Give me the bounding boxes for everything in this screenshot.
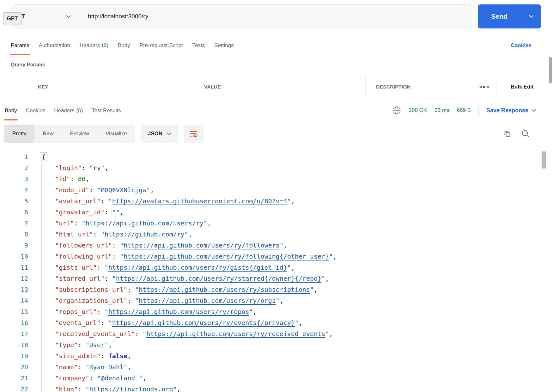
tab-label: Headers — [80, 42, 100, 49]
code-line: 17 "received_events_url": "https://api.g… — [0, 328, 548, 340]
tab-tests[interactable]: Tests — [192, 35, 205, 56]
line-number: 4 — [0, 185, 28, 196]
code-line: 5 "avatar_url": "https://avatars.githubu… — [0, 196, 548, 207]
format-value: JSON — [148, 131, 162, 137]
response-time[interactable]: 33 ms — [434, 107, 449, 113]
line-number: 14 — [0, 295, 28, 306]
indent-guide — [41, 162, 42, 392]
format-dropdown[interactable]: JSON — [141, 125, 178, 143]
wrap-text-icon — [189, 129, 198, 138]
tab-label: Body — [118, 42, 130, 49]
request-url-bar: GET GET — [11, 4, 472, 28]
line-number: 17 — [0, 328, 28, 340]
code-line: 16 "events_url": "https://api.github.com… — [0, 317, 548, 328]
tab-authorization[interactable]: Authorization — [39, 35, 70, 56]
fold-marker[interactable]: { — [40, 152, 47, 161]
wrap-text-button[interactable] — [184, 125, 204, 143]
column-header-key[interactable]: KEY — [28, 76, 198, 98]
response-header: Body Cookies Headers(6) Test Results — [0, 98, 548, 122]
line-number: 9 — [0, 240, 28, 251]
response-size[interactable]: 669 B — [457, 107, 471, 113]
send-label: Send — [478, 4, 521, 28]
search-icon[interactable] — [521, 129, 530, 138]
response-tab-cookies[interactable]: Cookies — [26, 98, 45, 122]
chevron-down-icon — [167, 132, 171, 135]
main-scrollbar[interactable] — [548, 0, 553, 392]
code-line: 3 "id": 80, — [0, 174, 548, 185]
tab-headers[interactable]: Headers(6) — [80, 35, 108, 56]
method-selector[interactable]: GET GET — [12, 5, 79, 28]
code-line: 21 "company": "@denoland ", — [0, 373, 548, 384]
tab-label: Body — [5, 107, 17, 114]
tab-body[interactable]: Body — [118, 35, 130, 56]
view-tab-pretty[interactable]: Pretty — [4, 125, 34, 143]
response-panel: Body Cookies Headers(6) Test Results — [0, 98, 548, 392]
tab-label: Params — [11, 42, 29, 49]
code-line: 2 "login": "ry", — [0, 162, 548, 174]
line-number: 10 — [0, 251, 28, 262]
view-tab-raw[interactable]: Raw — [34, 125, 62, 143]
cookies-link[interactable]: Cookies — [511, 42, 532, 49]
code-line: 19 "site_admin": false, — [0, 351, 548, 362]
tab-settings[interactable]: Settings — [214, 35, 234, 56]
code-line: 9 "followers_url": "https://api.github.c… — [0, 240, 548, 251]
response-body-editor[interactable]: 1{2 "login": "ry",3 "id": 80,4 "node_id"… — [0, 149, 548, 392]
globe-icon[interactable] — [392, 106, 401, 115]
column-header-description[interactable]: DESCRIPTION — [366, 76, 472, 98]
line-number: 11 — [0, 262, 28, 273]
response-toolbar: Pretty Raw Preview Visualize JSON — [4, 125, 542, 143]
postman-window: GET GET Send Params Au — [0, 0, 553, 392]
response-tab-headers[interactable]: Headers(6) — [54, 98, 83, 122]
query-params-table: KEY VALUE DESCRIPTION Bulk Edit — [0, 76, 548, 98]
chevron-down-icon — [66, 14, 71, 19]
send-button[interactable]: Send — [478, 4, 541, 28]
response-tab-body[interactable]: Body — [5, 98, 17, 122]
code-line: 18 "type": "User", — [0, 340, 548, 351]
line-number: 2 — [0, 162, 28, 174]
main-scrollbar-thumb[interactable] — [549, 57, 552, 83]
response-tabs: Body Cookies Headers(6) Test Results — [5, 98, 121, 122]
save-response-label: Save Response — [486, 107, 528, 114]
line-number: 7 — [0, 218, 28, 229]
view-tab-visualize[interactable]: Visualize — [97, 125, 135, 143]
save-response-button[interactable]: Save Response — [486, 107, 536, 114]
copy-icon[interactable] — [503, 130, 512, 138]
tab-pre-request-script[interactable]: Pre-request Script — [140, 35, 183, 56]
code-line: 11 "gists_url": "https://api.github.com/… — [0, 262, 548, 273]
code-line: 10 "following_url": "https://api.github.… — [0, 251, 548, 262]
tab-label: Cookies — [26, 107, 45, 114]
line-number: 12 — [0, 273, 28, 284]
code-line: 14 "organizations_url": "https://api.git… — [0, 295, 548, 306]
code-line: 20 "name": "Ryan Dahl", — [0, 362, 548, 373]
tab-label: Test Results — [92, 107, 121, 114]
bulk-edit-button[interactable]: Bulk Edit — [496, 76, 548, 98]
chevron-down-icon — [532, 109, 536, 112]
line-number: 13 — [0, 284, 28, 295]
view-tab-preview[interactable]: Preview — [62, 125, 97, 143]
column-header-value[interactable]: VALUE — [198, 76, 366, 98]
tab-count: (6) — [76, 107, 83, 114]
editor-scrollbar-thumb[interactable] — [542, 151, 546, 168]
method-drag-overlay: GET — [3, 12, 21, 25]
line-number: 19 — [0, 351, 28, 362]
line-number: 16 — [0, 317, 28, 328]
line-number: 20 — [0, 362, 28, 373]
tab-label: Tests — [192, 42, 205, 49]
tab-label: Settings — [214, 42, 234, 49]
url-input[interactable] — [79, 5, 472, 28]
response-tab-test-results[interactable]: Test Results — [92, 98, 121, 122]
response-tool-icons — [503, 129, 530, 138]
json-code-block: 1{2 "login": "ry",3 "id": 80,4 "node_id"… — [0, 151, 548, 392]
request-tabs: Params Authorization Headers(6) Body Pre… — [0, 35, 548, 56]
line-number: 18 — [0, 340, 28, 351]
tab-label: Authorization — [39, 42, 70, 49]
send-options-chevron-icon[interactable] — [521, 4, 541, 28]
tab-label: Pre-request Script — [140, 42, 183, 49]
more-options-icon[interactable] — [472, 76, 496, 98]
request-panel: GET GET Send Params Au — [0, 0, 548, 98]
line-number: 15 — [0, 306, 28, 317]
status-badge[interactable]: 200 OK — [409, 107, 427, 113]
tab-params[interactable]: Params — [11, 35, 29, 56]
line-number: 1 — [0, 151, 28, 162]
code-line: 7 "url": "https://api.github.com/users/r… — [0, 218, 548, 229]
